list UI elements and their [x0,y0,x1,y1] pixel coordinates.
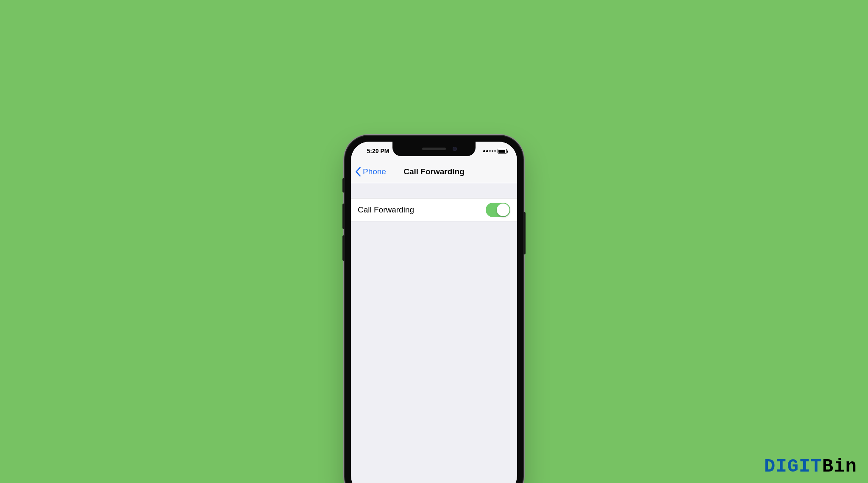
navigation-bar: Phone Call Forwarding [351,160,517,183]
chevron-left-icon [355,167,361,176]
call-forwarding-label: Call Forwarding [358,205,414,215]
back-button-label: Phone [363,167,386,176]
phone-side-button [342,235,345,261]
phone-notch [392,142,476,156]
phone-screen: 5:29 PM Phone Call Forwarding Call Forwa… [351,142,517,483]
signal-strength-icon [483,150,496,152]
back-button[interactable]: Phone [351,167,386,176]
phone-side-button [342,178,345,193]
phone-speaker [422,148,446,150]
toggle-knob [497,204,509,216]
call-forwarding-row: Call Forwarding [351,198,517,221]
watermark-part1: DIGIT [764,456,822,477]
watermark-part2: Bin [822,456,857,477]
phone-side-button [523,212,526,254]
phone-front-camera [453,147,457,151]
group-spacer [351,183,517,198]
call-forwarding-toggle[interactable] [486,203,510,217]
status-time: 5:29 PM [361,148,395,154]
battery-icon [498,149,507,154]
phone-device-frame: 5:29 PM Phone Call Forwarding Call Forwa… [345,136,523,483]
settings-body: Call Forwarding [351,183,517,221]
status-right-cluster [473,149,507,154]
phone-side-button [342,204,345,229]
digitbin-watermark: DIGITBin [764,456,857,477]
